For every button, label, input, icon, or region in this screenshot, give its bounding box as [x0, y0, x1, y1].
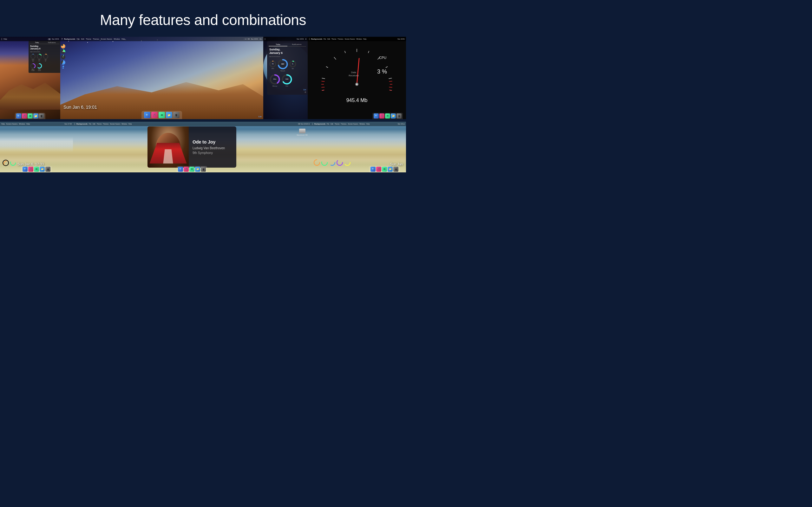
- dock-center: 🔍 🎵 ✉ 📁 🗑: [142, 111, 182, 119]
- tab-today[interactable]: Today: [30, 42, 44, 44]
- finder-icon[interactable]: 🔍: [16, 113, 21, 118]
- trash-icon[interactable]: 🗑: [39, 113, 44, 118]
- itunes-bl[interactable]: 🎵: [28, 167, 33, 172]
- gauge-dot-3: 0+: [61, 55, 65, 59]
- svg-point-56: [10, 160, 15, 165]
- gear-icon-tr1[interactable]: ⚙: [269, 91, 306, 93]
- svg-point-0: [31, 54, 35, 59]
- notification-panel-left: Today Notifications Sunday, January 6 BA…: [29, 41, 60, 73]
- apple-logo-speedo: : [309, 38, 310, 41]
- finder-icon-c[interactable]: 🔍: [144, 112, 150, 118]
- apple-logo-tr1: : [264, 38, 265, 41]
- files-bl[interactable]: 📁: [40, 167, 45, 172]
- mail-bl[interactable]: ✉: [34, 167, 39, 172]
- svg-point-57: [314, 160, 320, 165]
- svg-point-55: [4, 161, 9, 166]
- date-tr1: Sunday, January 6: [269, 48, 306, 55]
- svg-line-33: [389, 81, 392, 81]
- trash-icon-c[interactable]: 🗑: [173, 112, 180, 118]
- disk-gauge: Disk115.8: [37, 63, 42, 71]
- mem-disk-gauges: 6.55 m Memory 110.80 Disk: [269, 73, 306, 88]
- svg-point-51: [356, 83, 357, 85]
- tab-notifications[interactable]: Notifications: [44, 42, 59, 44]
- svg-point-4: [44, 54, 48, 59]
- album-art: [148, 126, 189, 168]
- memory-gauge: Mem5.54m: [30, 63, 36, 71]
- svg-text:Received: Received: [349, 74, 358, 77]
- osc-circles-right: [313, 159, 351, 166]
- itunes-br[interactable]: 🎵: [376, 167, 381, 172]
- music-info: Ode to Joy Ludwig Van Beethoven 9th Symp…: [189, 126, 236, 168]
- network-gauge-1: Net5..: [37, 54, 42, 62]
- svg-text:Data: Data: [351, 71, 357, 74]
- osc-r2: [321, 159, 328, 166]
- menubar-bot-center:  Backgrounds File Edit Theme Themes Scr…: [73, 122, 311, 126]
- mail-icon-c[interactable]: ✉: [159, 112, 165, 118]
- page-title: Many features and combinations: [0, 6, 406, 32]
- music-overlay: Ode to Joy Ludwig Van Beethoven 9th Symp…: [148, 126, 236, 168]
- page-header: Many features and combinations: [0, 0, 406, 37]
- gauges-row-2: Mem5.54m Disk115.8: [30, 62, 59, 72]
- edit-button[interactable]: Edit: [258, 116, 262, 118]
- screenshot-top-left:  Help ⌫ Sun 19:01 Today Notifications S…: [0, 37, 60, 119]
- dock-speedo: 🔍 🎵 ✉ 📁 🗑: [372, 113, 403, 119]
- screenshot-top-right-2:  Backgrounds File Edit Theme Themes Scr…: [308, 37, 406, 119]
- files-icon-c[interactable]: 📁: [166, 112, 172, 118]
- osc-ring-2: [10, 160, 16, 166]
- speedometer-svg: CPU Data Received: [317, 43, 397, 91]
- section-label: BACKGROUNDS: [30, 51, 59, 53]
- finder-speedo[interactable]: 🔍: [374, 113, 379, 118]
- gauge-dot-1: 384: [61, 44, 65, 49]
- svg-line-24: [334, 57, 336, 60]
- tab-today-tr1[interactable]: Today: [269, 43, 287, 46]
- notification-panel-tr1: Today Notifications Sunday, January 6 BA…: [267, 41, 308, 95]
- svg-point-58: [322, 160, 327, 165]
- osc-r4: [336, 159, 343, 166]
- apple-logo-bc: : [74, 123, 75, 125]
- menubar-center:  Backgrounds File Edit Theme Themes Scr…: [60, 37, 263, 41]
- trash-speedo[interactable]: 🗑: [397, 113, 402, 118]
- hd-label: Macintosh HD: [297, 134, 308, 136]
- top-row:  Help ⌫ Sun 19:01 Today Notifications S…: [0, 37, 406, 119]
- finder-br[interactable]: 🔍: [370, 167, 375, 172]
- svg-point-59: [329, 160, 335, 165]
- trash-bc[interactable]: 🗑: [201, 167, 206, 172]
- macintosh-hd: Macintosh HD: [297, 129, 308, 136]
- mail-speedo[interactable]: ✉: [385, 113, 390, 118]
- finder-bc[interactable]: 🔍: [178, 167, 183, 172]
- svg-line-27: [368, 51, 369, 53]
- waves-left: [0, 137, 73, 152]
- svg-point-61: [345, 160, 350, 165]
- finder-bl[interactable]: 🔍: [22, 167, 28, 172]
- files-br[interactable]: 📁: [388, 167, 393, 172]
- widget-dots: 384 3.05 0+ 6.55: [61, 43, 65, 70]
- menubar-top-right-1:  Sun 19:01 ⚙: [263, 37, 308, 41]
- row-divider: [0, 119, 406, 120]
- screenshot-bottom-center:  Backgrounds File Edit Theme Themes Scr…: [73, 122, 311, 172]
- mail-icon[interactable]: ✉: [28, 113, 33, 118]
- tab-notifications-tr1[interactable]: Notifications: [287, 43, 306, 46]
- itunes-bc[interactable]: 🎵: [184, 167, 189, 172]
- files-icon[interactable]: 📁: [33, 113, 38, 118]
- trash-bl[interactable]: 🗑: [45, 167, 50, 172]
- itunes-icon[interactable]: 🎵: [22, 113, 27, 118]
- mail-bc[interactable]: ✉: [189, 167, 194, 172]
- apple-logo-icon: : [1, 38, 2, 41]
- files-bc[interactable]: 📁: [195, 167, 200, 172]
- dock-bot-right: 🔍 🎵 ✉ 📁 🗑: [369, 166, 400, 172]
- edit-btn-tr1[interactable]: Edit: [269, 89, 306, 91]
- cpu-gauge: CPU1%: [30, 54, 36, 62]
- mail-br[interactable]: ✉: [382, 167, 387, 172]
- svg-line-49: [357, 58, 359, 84]
- apple-logo-br: : [312, 123, 313, 125]
- svg-line-41: [321, 81, 324, 81]
- files-speedo[interactable]: 📁: [391, 113, 396, 118]
- osc-r1: [313, 159, 320, 166]
- trash-br[interactable]: 🗑: [393, 167, 398, 172]
- svg-line-43: [321, 87, 324, 88]
- music-album: 9th Symphony: [193, 151, 233, 155]
- itunes-speedo[interactable]: 🎵: [379, 113, 385, 118]
- menubar-top-left:  Help ⌫ Sun 19:01: [0, 37, 60, 41]
- music-artist: Ludwig Van Beethoven: [193, 147, 233, 150]
- itunes-icon-c[interactable]: 🎵: [151, 112, 158, 118]
